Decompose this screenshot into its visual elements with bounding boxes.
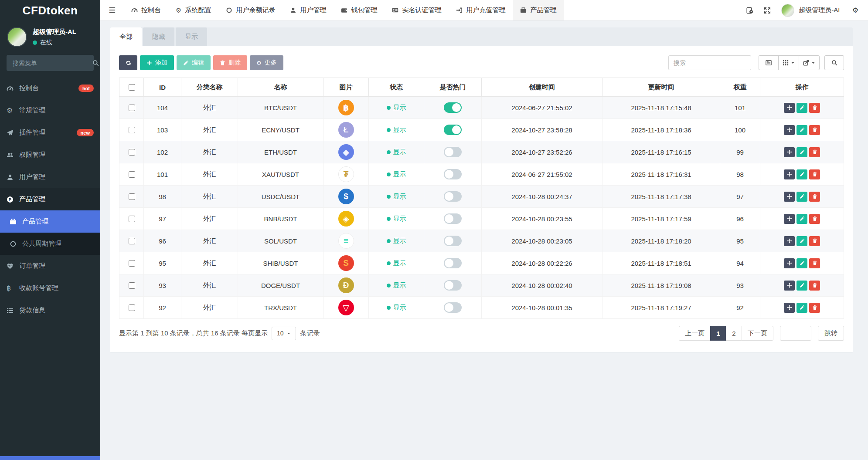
edit-row-button[interactable] (797, 303, 807, 313)
page-button-2[interactable]: 2 (726, 326, 742, 341)
topnav-item-dashboard[interactable]: 控制台 (124, 0, 168, 20)
sidebar-item-list[interactable]: 贷款信息 (0, 299, 100, 321)
select-all-checkbox[interactable] (129, 84, 135, 91)
row-checkbox[interactable] (129, 282, 135, 289)
row-checkbox[interactable] (129, 149, 135, 156)
row-checkbox[interactable] (129, 260, 135, 267)
move-button[interactable] (784, 125, 795, 135)
user-menu[interactable]: 超级管理员-AL (781, 4, 841, 17)
prev-page-button[interactable]: 上一页 (679, 326, 710, 341)
hot-toggle[interactable] (444, 280, 462, 291)
search-button[interactable] (824, 55, 844, 70)
move-button[interactable] (784, 147, 795, 157)
settings-gears-icon[interactable]: ⚙ (852, 7, 858, 14)
edit-row-button[interactable] (797, 192, 807, 202)
sidebar-item-rocket[interactable]: 插件管理new (0, 122, 100, 144)
row-checkbox[interactable] (129, 193, 135, 200)
move-button[interactable] (784, 258, 795, 268)
delete-row-button[interactable] (809, 147, 820, 157)
sidebar-item-cogs[interactable]: ⚙常规管理 (0, 99, 100, 122)
topnav-item-signin[interactable]: 用户充值管理 (449, 0, 513, 20)
move-button[interactable] (784, 214, 795, 224)
row-checkbox[interactable] (129, 171, 135, 178)
delete-row-button[interactable] (809, 192, 820, 202)
edit-row-button[interactable] (797, 125, 807, 135)
row-checkbox[interactable] (129, 216, 135, 222)
row-checkbox[interactable] (129, 105, 135, 111)
move-button[interactable] (784, 192, 795, 202)
delete-row-button[interactable] (809, 169, 820, 179)
tab-隐藏[interactable]: 隐藏 (143, 27, 174, 46)
topnav-item-wallet[interactable]: 钱包管理 (334, 0, 385, 20)
page-button-1[interactable]: 1 (710, 326, 726, 341)
hot-toggle[interactable] (444, 102, 462, 113)
hot-toggle[interactable] (444, 236, 462, 246)
hot-toggle[interactable] (444, 302, 462, 313)
sidebar-item-circle[interactable]: 公共周期管理 (0, 233, 100, 255)
delete-button[interactable]: 删除 (213, 55, 247, 70)
fullscreen-icon[interactable] (764, 7, 771, 14)
export-button[interactable] (799, 55, 820, 70)
edit-row-button[interactable] (797, 281, 807, 291)
delete-row-button[interactable] (809, 103, 820, 113)
row-checkbox[interactable] (129, 304, 135, 311)
row-checkbox[interactable] (129, 238, 135, 244)
delete-row-button[interactable] (809, 125, 820, 135)
jump-button[interactable]: 跳转 (818, 326, 844, 341)
sidebar-item-bitcoin[interactable]: ฿收款账号管理 (0, 277, 100, 299)
menu-icon[interactable]: ☰ (100, 0, 124, 20)
delete-row-button[interactable] (809, 258, 820, 268)
move-button[interactable] (784, 281, 795, 291)
sidebar-item-dashboard[interactable]: 控制台hot (0, 77, 100, 99)
move-button[interactable] (784, 169, 795, 179)
sidebar-item-briefcase[interactable]: 产品管理 (0, 210, 100, 233)
hot-toggle[interactable] (444, 191, 462, 202)
edit-row-button[interactable] (797, 147, 807, 157)
sidebar-item-heartbeat[interactable]: 订单管理 (0, 255, 100, 277)
hot-toggle[interactable] (444, 125, 462, 135)
hot-toggle[interactable] (444, 258, 462, 268)
tab-全部[interactable]: 全部 (110, 27, 142, 46)
next-page-button[interactable]: 下一页 (742, 326, 773, 341)
hot-toggle[interactable] (444, 147, 462, 157)
sidebar-search-input[interactable] (12, 59, 92, 67)
topnav-item-briefcase[interactable]: 产品管理 (513, 0, 564, 20)
delete-row-button[interactable] (809, 214, 820, 224)
edit-button[interactable]: 编辑 (177, 55, 211, 70)
move-button[interactable] (784, 236, 795, 246)
row-checkbox[interactable] (129, 127, 135, 133)
hot-toggle[interactable] (444, 169, 462, 179)
jump-page-input[interactable] (780, 326, 811, 341)
more-button[interactable]: ⚙更多 (250, 55, 283, 70)
cell-created: 2024-10-27 23:52:26 (482, 141, 602, 163)
sidebar-item-product[interactable]: P产品管理 (0, 188, 100, 210)
detail-view-button[interactable] (759, 55, 778, 70)
move-button[interactable] (784, 303, 795, 313)
delete-row-button[interactable] (809, 303, 820, 313)
delete-row-button[interactable] (809, 281, 820, 291)
edit-row-button[interactable] (797, 258, 807, 268)
edit-row-button[interactable] (797, 169, 807, 179)
topnav-item-circle[interactable]: 用户余额记录 (218, 0, 283, 20)
topnav-item-idcard[interactable]: 实名认证管理 (385, 0, 449, 20)
sidebar-item-user[interactable]: 用户管理 (0, 166, 100, 188)
add-button[interactable]: 添加 (140, 55, 174, 70)
page-size-dropdown[interactable]: 10 (272, 327, 296, 340)
refresh-button[interactable] (119, 55, 137, 70)
toggle-knob (445, 259, 453, 267)
edit-row-button[interactable] (797, 214, 807, 224)
move-button[interactable] (784, 103, 795, 113)
edit-row-button[interactable] (797, 236, 807, 246)
topnav-item-gear[interactable]: ⚙系统配置 (168, 0, 218, 20)
toggle-knob (445, 214, 453, 223)
clear-cache-icon[interactable] (746, 7, 753, 14)
table-search-input[interactable] (668, 55, 751, 70)
tab-显示[interactable]: 显示 (176, 27, 207, 46)
topnav-item-user[interactable]: 用户管理 (283, 0, 334, 20)
columns-button[interactable] (778, 55, 799, 70)
edit-row-button[interactable] (797, 103, 807, 113)
sidebar-item-users[interactable]: 权限管理 (0, 144, 100, 166)
cell-name: ECNY/USDT (238, 119, 323, 141)
hot-toggle[interactable] (444, 213, 462, 224)
delete-row-button[interactable] (809, 236, 820, 246)
